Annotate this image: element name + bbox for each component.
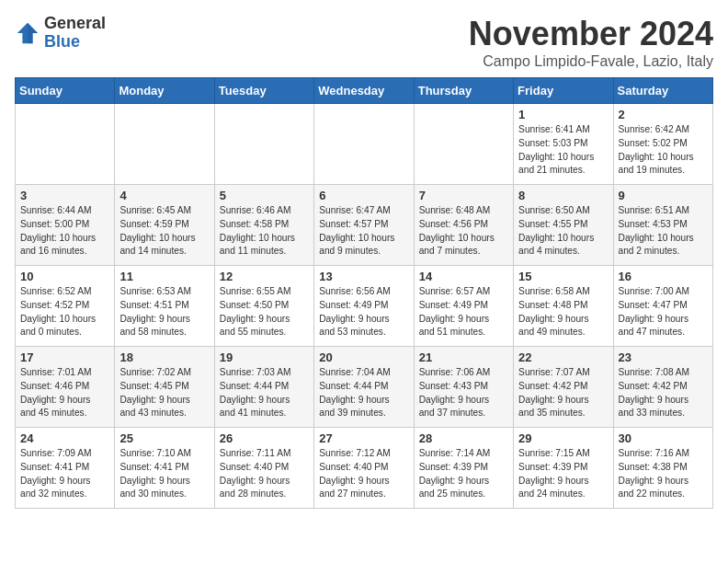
day-number: 18 bbox=[119, 350, 209, 364]
day-number: 11 bbox=[119, 270, 209, 283]
calendar-week-5: 24Sunrise: 7:09 AM Sunset: 4:41 PM Dayli… bbox=[16, 428, 713, 509]
day-number: 15 bbox=[518, 270, 608, 283]
calendar-cell: 15Sunrise: 6:58 AM Sunset: 4:48 PM Dayli… bbox=[514, 266, 613, 347]
calendar-week-4: 17Sunrise: 7:01 AM Sunset: 4:46 PM Dayli… bbox=[16, 347, 713, 428]
day-number: 25 bbox=[119, 431, 209, 445]
calendar-cell: 27Sunrise: 7:12 AM Sunset: 4:40 PM Dayli… bbox=[314, 428, 414, 509]
calendar-cell: 13Sunrise: 6:56 AM Sunset: 4:49 PM Dayli… bbox=[314, 266, 414, 347]
calendar-cell: 8Sunrise: 6:50 AM Sunset: 4:55 PM Daylig… bbox=[514, 185, 613, 266]
calendar-week-3: 10Sunrise: 6:52 AM Sunset: 4:52 PM Dayli… bbox=[16, 266, 713, 347]
day-number: 9 bbox=[619, 189, 708, 202]
day-info: Sunrise: 6:41 AM Sunset: 5:03 PM Dayligh… bbox=[518, 123, 608, 178]
calendar-cell: 10Sunrise: 6:52 AM Sunset: 4:52 PM Dayli… bbox=[16, 266, 115, 347]
calendar-cell: 4Sunrise: 6:45 AM Sunset: 4:59 PM Daylig… bbox=[115, 185, 214, 266]
day-number: 13 bbox=[319, 270, 408, 283]
weekday-header-tuesday: Tuesday bbox=[214, 78, 313, 104]
day-info: Sunrise: 7:09 AM Sunset: 4:41 PM Dayligh… bbox=[20, 447, 109, 501]
day-info: Sunrise: 6:55 AM Sunset: 4:50 PM Dayligh… bbox=[220, 285, 309, 339]
day-info: Sunrise: 7:11 AM Sunset: 4:40 PM Dayligh… bbox=[220, 447, 309, 501]
day-info: Sunrise: 6:56 AM Sunset: 4:49 PM Dayligh… bbox=[319, 285, 408, 339]
calendar-cell: 16Sunrise: 7:00 AM Sunset: 4:47 PM Dayli… bbox=[613, 266, 712, 347]
calendar-cell bbox=[16, 104, 115, 185]
calendar-cell bbox=[314, 104, 414, 185]
day-info: Sunrise: 6:50 AM Sunset: 4:55 PM Dayligh… bbox=[518, 204, 608, 259]
calendar-cell: 29Sunrise: 7:15 AM Sunset: 4:39 PM Dayli… bbox=[514, 428, 613, 509]
day-info: Sunrise: 7:02 AM Sunset: 4:45 PM Dayligh… bbox=[119, 366, 209, 420]
day-info: Sunrise: 7:16 AM Sunset: 4:38 PM Dayligh… bbox=[619, 447, 708, 501]
calendar-cell: 11Sunrise: 6:53 AM Sunset: 4:51 PM Dayli… bbox=[115, 266, 214, 347]
calendar-cell bbox=[214, 104, 313, 185]
calendar-cell: 21Sunrise: 7:06 AM Sunset: 4:43 PM Dayli… bbox=[414, 347, 513, 428]
day-info: Sunrise: 6:47 AM Sunset: 4:57 PM Dayligh… bbox=[319, 204, 408, 259]
day-number: 17 bbox=[20, 350, 109, 364]
day-info: Sunrise: 6:53 AM Sunset: 4:51 PM Dayligh… bbox=[119, 285, 209, 339]
day-number: 4 bbox=[119, 189, 209, 202]
calendar-cell: 17Sunrise: 7:01 AM Sunset: 4:46 PM Dayli… bbox=[16, 347, 115, 428]
day-number: 19 bbox=[220, 350, 309, 364]
day-info: Sunrise: 7:12 AM Sunset: 4:40 PM Dayligh… bbox=[319, 447, 408, 501]
day-info: Sunrise: 6:52 AM Sunset: 4:52 PM Dayligh… bbox=[20, 285, 109, 339]
title-block: November 2024 Campo Limpido-Favale, Lazi… bbox=[469, 15, 713, 70]
calendar-cell bbox=[115, 104, 214, 185]
logo-icon bbox=[15, 20, 40, 46]
calendar-cell: 7Sunrise: 6:48 AM Sunset: 4:56 PM Daylig… bbox=[414, 185, 513, 266]
day-info: Sunrise: 6:42 AM Sunset: 5:02 PM Dayligh… bbox=[619, 123, 708, 178]
calendar-cell: 25Sunrise: 7:10 AM Sunset: 4:41 PM Dayli… bbox=[115, 428, 214, 509]
calendar-cell: 2Sunrise: 6:42 AM Sunset: 5:02 PM Daylig… bbox=[613, 104, 712, 185]
day-number: 8 bbox=[518, 189, 608, 202]
calendar-week-1: 1Sunrise: 6:41 AM Sunset: 5:03 PM Daylig… bbox=[16, 104, 713, 185]
weekday-header-wednesday: Wednesday bbox=[314, 78, 414, 104]
day-number: 26 bbox=[220, 431, 309, 445]
calendar-cell: 5Sunrise: 6:46 AM Sunset: 4:58 PM Daylig… bbox=[214, 185, 313, 266]
day-number: 23 bbox=[619, 350, 708, 364]
day-info: Sunrise: 7:06 AM Sunset: 4:43 PM Dayligh… bbox=[419, 366, 508, 420]
day-number: 12 bbox=[220, 270, 309, 283]
day-number: 16 bbox=[619, 270, 708, 283]
day-info: Sunrise: 6:57 AM Sunset: 4:49 PM Dayligh… bbox=[419, 285, 508, 339]
day-info: Sunrise: 7:15 AM Sunset: 4:39 PM Dayligh… bbox=[518, 447, 608, 501]
weekday-header-monday: Monday bbox=[115, 78, 214, 104]
day-info: Sunrise: 6:45 AM Sunset: 4:59 PM Dayligh… bbox=[119, 204, 209, 259]
day-number: 10 bbox=[20, 270, 109, 283]
calendar-cell: 12Sunrise: 6:55 AM Sunset: 4:50 PM Dayli… bbox=[214, 266, 313, 347]
calendar-cell: 14Sunrise: 6:57 AM Sunset: 4:49 PM Dayli… bbox=[414, 266, 513, 347]
day-info: Sunrise: 7:03 AM Sunset: 4:44 PM Dayligh… bbox=[220, 366, 309, 420]
day-number: 14 bbox=[419, 270, 508, 283]
calendar-cell bbox=[414, 104, 513, 185]
day-number: 2 bbox=[619, 108, 708, 121]
logo-general: General bbox=[44, 14, 106, 32]
calendar-cell: 22Sunrise: 7:07 AM Sunset: 4:42 PM Dayli… bbox=[514, 347, 613, 428]
svg-marker-1 bbox=[28, 23, 38, 43]
day-number: 29 bbox=[518, 431, 608, 445]
month-title: November 2024 bbox=[469, 15, 713, 53]
calendar-cell: 20Sunrise: 7:04 AM Sunset: 4:44 PM Dayli… bbox=[314, 347, 414, 428]
weekday-header-row: SundayMondayTuesdayWednesdayThursdayFrid… bbox=[16, 78, 713, 104]
day-info: Sunrise: 7:04 AM Sunset: 4:44 PM Dayligh… bbox=[319, 366, 408, 420]
weekday-header-saturday: Saturday bbox=[613, 78, 712, 104]
day-number: 21 bbox=[419, 350, 508, 364]
day-info: Sunrise: 7:08 AM Sunset: 4:42 PM Dayligh… bbox=[619, 366, 708, 420]
day-info: Sunrise: 7:00 AM Sunset: 4:47 PM Dayligh… bbox=[619, 285, 708, 339]
calendar-cell: 18Sunrise: 7:02 AM Sunset: 4:45 PM Dayli… bbox=[115, 347, 214, 428]
day-info: Sunrise: 7:07 AM Sunset: 4:42 PM Dayligh… bbox=[518, 366, 608, 420]
weekday-header-sunday: Sunday bbox=[16, 78, 115, 104]
calendar-cell: 6Sunrise: 6:47 AM Sunset: 4:57 PM Daylig… bbox=[314, 185, 414, 266]
day-number: 1 bbox=[518, 108, 608, 121]
day-info: Sunrise: 6:44 AM Sunset: 5:00 PM Dayligh… bbox=[20, 204, 109, 259]
calendar-cell: 23Sunrise: 7:08 AM Sunset: 4:42 PM Dayli… bbox=[613, 347, 712, 428]
day-info: Sunrise: 6:51 AM Sunset: 4:53 PM Dayligh… bbox=[619, 204, 708, 259]
day-number: 30 bbox=[619, 431, 708, 445]
calendar-cell: 24Sunrise: 7:09 AM Sunset: 4:41 PM Dayli… bbox=[16, 428, 115, 509]
calendar-cell: 28Sunrise: 7:14 AM Sunset: 4:39 PM Dayli… bbox=[414, 428, 513, 509]
calendar-table: SundayMondayTuesdayWednesdayThursdayFrid… bbox=[15, 77, 713, 509]
day-number: 28 bbox=[419, 431, 508, 445]
weekday-header-friday: Friday bbox=[514, 78, 613, 104]
calendar-cell: 19Sunrise: 7:03 AM Sunset: 4:44 PM Dayli… bbox=[214, 347, 313, 428]
weekday-header-thursday: Thursday bbox=[414, 78, 513, 104]
day-info: Sunrise: 7:01 AM Sunset: 4:46 PM Dayligh… bbox=[20, 366, 109, 420]
day-number: 27 bbox=[319, 431, 408, 445]
calendar-week-2: 3Sunrise: 6:44 AM Sunset: 5:00 PM Daylig… bbox=[16, 185, 713, 266]
day-number: 22 bbox=[518, 350, 608, 364]
day-info: Sunrise: 6:46 AM Sunset: 4:58 PM Dayligh… bbox=[220, 204, 309, 259]
location-subtitle: Campo Limpido-Favale, Lazio, Italy bbox=[469, 53, 713, 70]
